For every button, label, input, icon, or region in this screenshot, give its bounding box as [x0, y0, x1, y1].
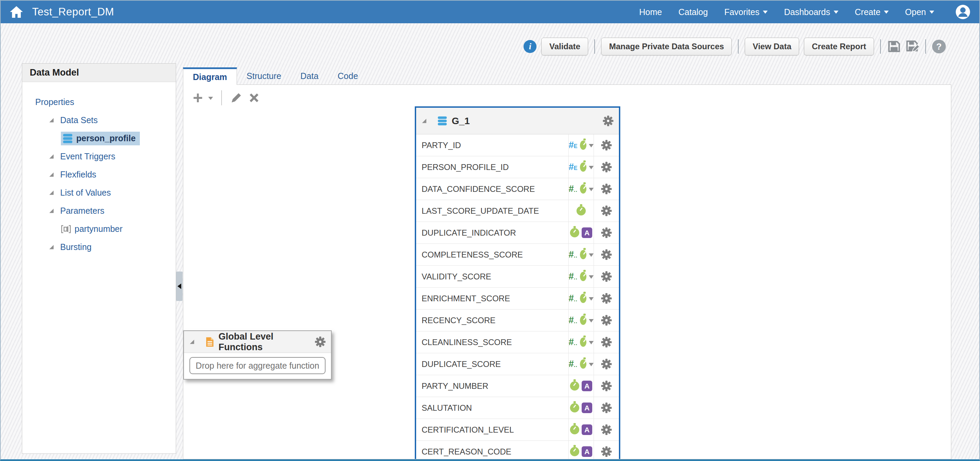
field-menu-button[interactable]	[594, 134, 619, 156]
field-name: CLEANLINESS_SCORE	[416, 331, 569, 353]
field-menu-button[interactable]	[594, 310, 619, 331]
user-avatar-icon[interactable]	[955, 5, 970, 19]
field-type-button[interactable]: #E #.. A	[569, 178, 594, 200]
field-menu-button[interactable]	[594, 266, 619, 287]
field-type-button[interactable]: #E #.. A	[569, 397, 594, 419]
view-data-button[interactable]: View Data	[745, 38, 799, 56]
tree-item-data-sets[interactable]: Data Sets	[22, 111, 176, 129]
add-dropdown-icon[interactable]	[208, 97, 213, 102]
box-title: G_1	[452, 116, 598, 127]
field-type-button[interactable]: #E #.. A	[569, 419, 594, 440]
manage-private-data-sources-button[interactable]: Manage Private Data Sources	[601, 38, 732, 56]
field-type-button[interactable]: #E #.. A	[569, 331, 594, 353]
field-type-button[interactable]: #E #.. A	[569, 134, 594, 156]
nav-open[interactable]: Open	[905, 7, 934, 17]
field-type-button[interactable]: #E #.. A	[569, 222, 594, 243]
date-type-icon	[576, 206, 586, 215]
parameter-icon	[61, 224, 71, 234]
field-menu-button[interactable]	[594, 156, 619, 178]
expander-triangle-icon[interactable]	[422, 118, 427, 124]
field-type-button[interactable]: #E #.. A	[569, 441, 594, 459]
tree-item-person-profile[interactable]: person_profile	[22, 129, 176, 148]
field-type-button[interactable]: #E #.. A	[569, 310, 594, 331]
field-menu-button[interactable]	[594, 375, 619, 397]
text-type-icon: A	[582, 446, 592, 457]
expander-triangle-icon[interactable]	[49, 154, 54, 159]
add-dataset-icon[interactable]: +	[193, 91, 203, 105]
help-icon[interactable]: ?	[932, 40, 946, 53]
gear-icon	[601, 271, 612, 282]
field-menu-button[interactable]	[594, 200, 619, 222]
edit-pencil-icon[interactable]	[230, 92, 242, 104]
tree-item-partynumber[interactable]: partynumber	[22, 220, 176, 238]
table-row: PARTY_ID #E #.. A	[416, 134, 619, 156]
tree-item-event-triggers[interactable]: Event Triggers	[22, 148, 176, 165]
expander-triangle-icon[interactable]	[49, 245, 54, 250]
table-row: CERTIFICATION_LEVEL #E #.. A	[416, 419, 619, 441]
field-menu-button[interactable]	[594, 353, 619, 375]
date-type-icon	[570, 382, 579, 391]
date-type-icon	[580, 359, 586, 369]
tree-item-bursting[interactable]: Bursting	[22, 238, 176, 256]
tree-item-flexfields[interactable]: Flexfields	[22, 165, 176, 184]
gear-icon[interactable]	[603, 116, 613, 126]
create-report-button[interactable]: Create Report	[804, 38, 874, 56]
info-icon[interactable]: i	[523, 40, 536, 53]
field-type-button[interactable]: #E #.. A	[569, 156, 594, 178]
field-menu-button[interactable]	[594, 178, 619, 200]
expander-triangle-icon[interactable]	[49, 172, 54, 177]
table-row: VALIDITY_SCORE #E #.. A	[416, 266, 619, 288]
field-menu-button[interactable]	[594, 419, 619, 440]
tab-structure[interactable]: Structure	[237, 67, 291, 84]
field-menu-button[interactable]	[594, 397, 619, 419]
aggregate-drop-zone[interactable]: Drop here for aggregate function	[189, 357, 326, 374]
tab-code[interactable]: Code	[328, 67, 368, 84]
tree-item-properties[interactable]: Properties	[22, 93, 176, 111]
field-type-button[interactable]: #E #.. A	[569, 200, 594, 222]
nav-home[interactable]: Home	[639, 7, 662, 17]
global-level-functions-box: Global Level Functions Drop here for agg…	[183, 331, 332, 380]
field-name: DUPLICATE_INDICATOR	[416, 222, 569, 243]
delete-x-icon[interactable]	[248, 92, 260, 104]
field-type-button[interactable]: #E #.. A	[569, 288, 594, 309]
gear-icon	[601, 293, 612, 304]
tab-diagram[interactable]: Diagram	[183, 67, 237, 85]
field-menu-button[interactable]	[594, 331, 619, 353]
validate-button[interactable]: Validate	[541, 38, 588, 56]
field-menu-button[interactable]	[594, 222, 619, 243]
field-type-button[interactable]: #E #.. A	[569, 353, 594, 375]
gear-icon	[601, 205, 612, 216]
panel-splitter[interactable]	[176, 272, 183, 301]
toolbar-divider	[221, 90, 222, 105]
expander-triangle-icon[interactable]	[189, 339, 194, 344]
gear-icon[interactable]	[315, 337, 326, 347]
field-type-button[interactable]: #E #.. A	[569, 266, 594, 287]
nav-create[interactable]: Create	[855, 7, 889, 17]
integer-type-icon: #E	[569, 140, 578, 151]
document-icon	[205, 337, 214, 347]
tree-item-parameters[interactable]: Parameters	[22, 202, 176, 220]
save-icon[interactable]	[887, 40, 900, 53]
nav-dashboards[interactable]: Dashboards	[784, 7, 838, 17]
field-type-button[interactable]: #E #.. A	[569, 375, 594, 397]
field-menu-button[interactable]	[594, 244, 619, 265]
field-menu-button[interactable]	[594, 288, 619, 309]
expander-triangle-icon[interactable]	[49, 190, 54, 195]
table-row: SALUTATION #E #.. A	[416, 397, 619, 419]
field-menu-button[interactable]	[594, 441, 619, 459]
save-as-icon[interactable]	[905, 40, 919, 53]
gear-icon	[601, 184, 612, 194]
nav-favorites[interactable]: Favorites	[724, 7, 768, 17]
date-type-icon	[580, 250, 586, 259]
app-window: Test_Report_DM Home Catalog Favorites Da…	[0, 0, 980, 461]
text-type-icon: A	[582, 381, 592, 391]
nav-catalog[interactable]: Catalog	[678, 7, 708, 17]
gear-icon	[601, 381, 612, 391]
toolbar-divider	[880, 39, 881, 54]
field-type-button[interactable]: #E #.. A	[569, 244, 594, 265]
tree-item-list-of-values[interactable]: List of Values	[22, 184, 176, 202]
tab-data[interactable]: Data	[291, 67, 328, 84]
expander-triangle-icon[interactable]	[49, 118, 54, 123]
home-icon[interactable]	[10, 5, 23, 19]
expander-triangle-icon[interactable]	[49, 208, 54, 213]
